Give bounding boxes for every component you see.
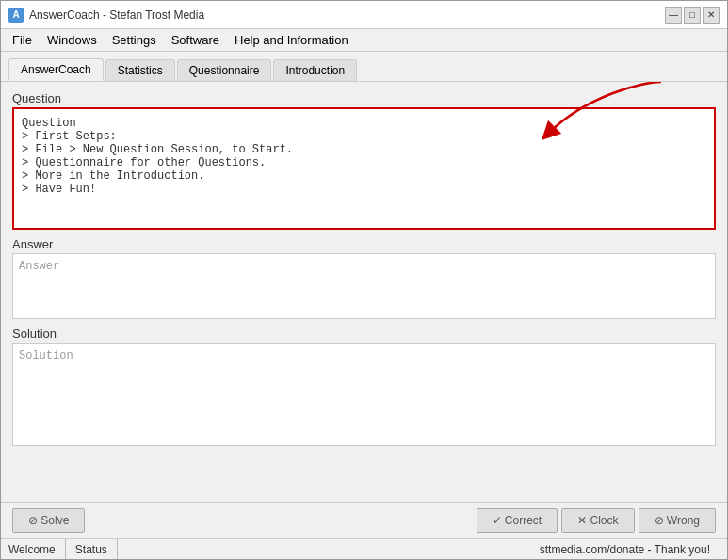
menu-bar: File Windows Settings Software Help and … bbox=[1, 29, 727, 52]
answer-section: Answer Answer bbox=[12, 237, 716, 319]
solution-placeholder: Solution bbox=[19, 349, 73, 362]
bottom-bar: ⊘ Solve ✓ Correct ✕ Clock ⊘ Wrong bbox=[1, 502, 727, 538]
status-bar: Welcome Status sttmedia.com/donate - Tha… bbox=[1, 538, 727, 559]
answer-placeholder: Answer bbox=[19, 260, 59, 273]
question-content: Question > First Setps: > File > New Que… bbox=[22, 117, 293, 196]
maximize-button[interactable]: □ bbox=[684, 7, 701, 24]
tab-questionnaire[interactable]: Questionnaire bbox=[177, 59, 272, 81]
solution-box[interactable]: Solution bbox=[12, 343, 716, 446]
status-donate: sttmedia.com/donate - Thank you! bbox=[118, 539, 720, 559]
question-label: Question bbox=[12, 91, 716, 105]
status-welcome: Welcome bbox=[8, 539, 66, 559]
title-bar-left: A AnswerCoach - Stefan Trost Media bbox=[8, 8, 204, 23]
solution-section: Solution Solution bbox=[12, 327, 716, 446]
main-window: A AnswerCoach - Stefan Trost Media — □ ✕… bbox=[0, 0, 728, 560]
status-status: Status bbox=[66, 539, 118, 559]
tab-statistics[interactable]: Statistics bbox=[105, 59, 175, 81]
menu-file[interactable]: File bbox=[5, 31, 40, 49]
tab-introduction[interactable]: Introduction bbox=[273, 59, 357, 81]
title-bar: A AnswerCoach - Stefan Trost Media — □ ✕ bbox=[1, 1, 727, 29]
main-content: Question Question > First Setps: > File … bbox=[1, 82, 727, 502]
clock-button[interactable]: ✕ Clock bbox=[561, 508, 634, 533]
question-section: Question Question > First Setps: > File … bbox=[12, 91, 716, 230]
menu-help[interactable]: Help and Information bbox=[227, 31, 356, 49]
minimize-button[interactable]: — bbox=[665, 7, 682, 24]
menu-settings[interactable]: Settings bbox=[105, 31, 164, 49]
title-controls: — □ ✕ bbox=[665, 7, 720, 24]
menu-windows[interactable]: Windows bbox=[40, 31, 105, 49]
solve-button[interactable]: ⊘ Solve bbox=[12, 508, 85, 533]
answer-box[interactable]: Answer bbox=[12, 253, 716, 319]
correct-button[interactable]: ✓ Correct bbox=[477, 508, 558, 533]
app-icon: A bbox=[8, 8, 24, 23]
right-buttons: ✓ Correct ✕ Clock ⊘ Wrong bbox=[477, 508, 717, 533]
window-title: AnswerCoach - Stefan Trost Media bbox=[29, 8, 204, 22]
tab-bar: AnswerCoach Statistics Questionnaire Int… bbox=[1, 52, 727, 82]
tab-answercoach[interactable]: AnswerCoach bbox=[8, 58, 104, 81]
close-button[interactable]: ✕ bbox=[703, 7, 720, 24]
menu-software[interactable]: Software bbox=[164, 31, 227, 49]
wrong-button[interactable]: ⊘ Wrong bbox=[639, 508, 716, 533]
answer-label: Answer bbox=[12, 237, 716, 251]
solution-label: Solution bbox=[12, 327, 716, 341]
left-buttons: ⊘ Solve bbox=[12, 508, 85, 533]
question-box[interactable]: Question > First Setps: > File > New Que… bbox=[12, 107, 716, 230]
